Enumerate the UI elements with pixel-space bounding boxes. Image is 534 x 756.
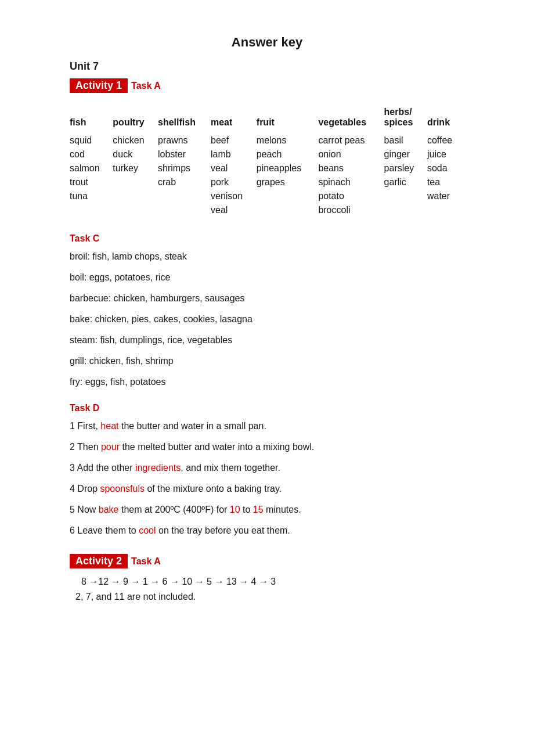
activity2-task-a-label: Task A — [131, 556, 161, 567]
food-table: fish poultry shellfish meat fruit vegeta… — [70, 103, 464, 217]
activity2-header: Activity 2 Task A — [70, 554, 464, 568]
table-row: tuna venison potato water — [70, 189, 464, 203]
col-meat: meat — [211, 103, 257, 134]
task-c-line-7: fry: eggs, fish, potatoes — [70, 375, 464, 389]
unit-title: Unit 7 — [70, 60, 464, 73]
activity1-task-a-label: Task A — [131, 81, 161, 91]
activity1-header: Activity 1 Task A — [70, 78, 464, 93]
task-d-sentence-1: 1 First, heat the butter and water in a … — [70, 419, 464, 433]
task-c-line-6: grill: chicken, fish, shrimp — [70, 354, 464, 368]
highlight-pour: pour — [101, 442, 120, 452]
col-vegetables: vegetables — [318, 103, 384, 134]
task-d-sentence-5: 5 Now bake them at 200ºC (400ºF) for 10 … — [70, 503, 464, 517]
task-c-title: Task C — [70, 233, 464, 244]
activity1-badge: Activity 1 — [70, 78, 128, 93]
page-title: Answer key — [70, 35, 464, 50]
table-row: cod duck lobster lamb peach onion ginger… — [70, 147, 464, 161]
sequence-line: 8 →12 → 9 → 1 → 6 → 10 → 5 → 13 → 4 → 3 — [70, 577, 464, 587]
table-row: salmon turkey shrimps veal pineapples be… — [70, 161, 464, 175]
task-d-sentence-4: 4 Drop spoonsfuls of the mixture onto a … — [70, 482, 464, 496]
task-c-line-5: steam: fish, dumplings, rice, vegetables — [70, 333, 464, 347]
task-d-sentence-3: 3 Add the other ingredients, and mix the… — [70, 461, 464, 475]
table-row: veal broccoli — [70, 203, 464, 217]
col-herbs-spices: herbs/spices — [384, 103, 427, 134]
highlight-cool: cool — [139, 525, 156, 535]
activity2-badge: Activity 2 — [70, 554, 128, 568]
not-included-line: 2, 7, and 11 are not included. — [70, 592, 464, 602]
task-d-title: Task D — [70, 403, 464, 413]
task-c-line-3: barbecue: chicken, hamburgers, sausages — [70, 291, 464, 305]
col-drink: drink — [427, 103, 464, 134]
col-shellfish: shellfish — [158, 103, 211, 134]
highlight-heat: heat — [100, 421, 118, 431]
task-d-sentence-6: 6 Leave them to cool on the tray before … — [70, 524, 464, 538]
highlight-bake: bake — [99, 505, 119, 514]
col-fish: fish — [70, 103, 113, 134]
table-row: trout crab pork grapes spinach garlic te… — [70, 175, 464, 189]
highlight-10: 10 — [230, 505, 240, 514]
highlight-ingredients: ingredients — [135, 463, 181, 473]
highlight-spoonsfuls: spoonsfuls — [100, 484, 145, 494]
task-c-line-4: bake: chicken, pies, cakes, cookies, las… — [70, 312, 464, 326]
task-c-line-1: broil: fish, lamb chops, steak — [70, 250, 464, 264]
task-d-sentence-2: 2 Then pour the melted butter and water … — [70, 440, 464, 454]
table-row: squid chicken prawns beef melons carrot … — [70, 134, 464, 147]
col-fruit: fruit — [257, 103, 319, 134]
col-poultry: poultry — [113, 103, 158, 134]
highlight-15: 15 — [253, 505, 264, 514]
task-c-line-2: boil: eggs, potatoes, rice — [70, 271, 464, 285]
